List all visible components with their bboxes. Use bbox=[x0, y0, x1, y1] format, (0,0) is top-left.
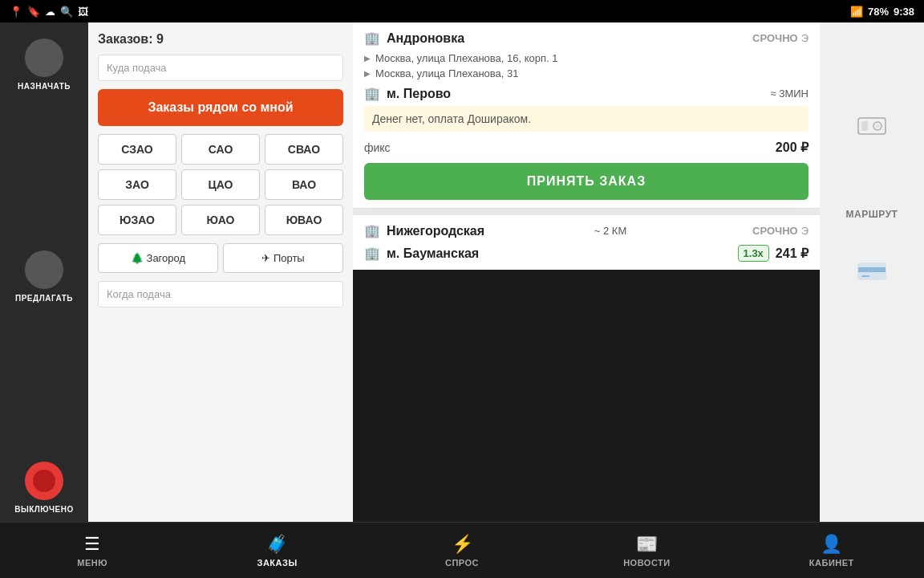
card-icon bbox=[857, 261, 886, 285]
district-szao[interactable]: СЗАО bbox=[98, 134, 176, 165]
nav-news-label: НОВОСТИ bbox=[623, 558, 671, 568]
order-2-station: 🏢 Нижегородская bbox=[364, 223, 484, 238]
order-1-dest-station: 🏢 м. Перово bbox=[364, 86, 451, 101]
order-1-station: 🏢 Андроновка bbox=[364, 31, 464, 46]
assign-label: НАЗНАЧАТЬ bbox=[18, 82, 71, 91]
route-text: МАРШРУТ bbox=[846, 209, 898, 220]
offer-label: ПРЕДЛАГАТЬ bbox=[15, 294, 73, 303]
order-1-urgency-mark: Э bbox=[801, 32, 808, 44]
order-2-dest: 🏢 м. Бауманская bbox=[364, 246, 479, 261]
district-yuao[interactable]: ЮАО bbox=[181, 205, 260, 235]
status-bar: 📍 🔖 ☁ 🔍 🖼 📶 78% 9:38 bbox=[0, 0, 924, 22]
order-2-urgency-label: СРОЧНО bbox=[752, 225, 798, 237]
battery-level: 78% bbox=[868, 6, 889, 18]
order-1-price-type: фикс bbox=[364, 141, 391, 154]
order-2-urgency: СРОЧНО Э bbox=[752, 225, 808, 237]
nav-orders[interactable]: 🧳 ЗАКАЗЫ bbox=[184, 534, 369, 568]
order-1-note-text: Денег нет, оплата Дошираком. bbox=[372, 112, 531, 125]
cash-icon bbox=[857, 116, 886, 142]
cabinet-icon: 👤 bbox=[821, 534, 842, 555]
svg-rect-6 bbox=[861, 275, 869, 277]
route-label[interactable]: МАРШРУТ bbox=[846, 206, 898, 221]
assign-button[interactable]: НАЗНАЧАТЬ bbox=[18, 39, 71, 91]
order-1-address-1: ▶ Москва, улица Плеханова, 16, корп. 1 bbox=[364, 51, 808, 66]
order-card-2: 🏢 Нижегородская ~ 2 КМ СРОЧНО Э 🏢 м. Бау… bbox=[353, 215, 820, 270]
orders-count: Заказов: 9 bbox=[98, 32, 343, 47]
orders-divider bbox=[353, 209, 820, 215]
district-svao[interactable]: СВАО bbox=[265, 134, 343, 165]
district-yuvao[interactable]: ЮВАО bbox=[265, 205, 343, 235]
nav-cabinet[interactable]: 👤 КАБИНЕТ bbox=[740, 534, 924, 568]
menu-icon: ☰ bbox=[84, 534, 100, 555]
order-1-note: Денег нет, оплата Дошираком. bbox=[364, 106, 808, 132]
nav-cabinet-label: КАБИНЕТ bbox=[809, 558, 854, 568]
order-2-multiplier: 1.3х bbox=[738, 245, 769, 262]
order-1-urgency-label: СРОЧНО bbox=[752, 32, 798, 44]
demand-icon: ⚡ bbox=[452, 534, 473, 555]
order-2-dist: ~ 2 КМ bbox=[594, 225, 626, 237]
district-czao[interactable]: ЦАО bbox=[181, 169, 260, 200]
order-1-addr-text-1: Москва, улица Плеханова, 16, корп. 1 bbox=[375, 52, 558, 64]
building-icon-2: 🏢 bbox=[364, 86, 380, 101]
assign-circle bbox=[25, 39, 63, 77]
nav-menu-label: МЕНЮ bbox=[77, 558, 107, 568]
district-vao[interactable]: ВАО bbox=[265, 169, 343, 200]
wifi-icon: 📶 bbox=[850, 6, 863, 18]
order-2-urgency-mark: Э bbox=[801, 225, 808, 237]
nearby-orders-button[interactable]: Заказы рядом со мной bbox=[98, 89, 343, 126]
order-1-price-row: фикс 200 ₽ bbox=[364, 136, 808, 158]
building-icon-3: 🏢 bbox=[364, 223, 380, 238]
off-inner-circle bbox=[33, 470, 55, 492]
search-icon: 🔍 bbox=[60, 6, 73, 18]
nav-menu[interactable]: ☰ МЕНЮ bbox=[0, 534, 184, 568]
center-panel: Заказов: 9 Куда подача Заказы рядом со м… bbox=[88, 22, 353, 522]
order-1-addr-text-2: Москва, улица Плеханова, 31 bbox=[375, 67, 519, 79]
order-card-1: 🏢 Андроновка СРОЧНО Э ▶ Москва, улица Пл… bbox=[353, 22, 820, 209]
order-2-dest-name: м. Бауманская bbox=[387, 246, 479, 261]
orders-icon: 🧳 bbox=[266, 534, 288, 555]
order-1-urgency: СРОЧНО Э bbox=[752, 32, 808, 44]
clock: 9:38 bbox=[894, 6, 914, 18]
district-zao[interactable]: ЗАО bbox=[98, 169, 176, 200]
order-1-station-name: Андроновка bbox=[387, 31, 464, 46]
destination-input[interactable]: Куда подача bbox=[98, 55, 343, 81]
order-1-address-2: ▶ Москва, улица Плеханова, 31 bbox=[364, 66, 808, 81]
off-label: ВЫКЛЮЧЕНО bbox=[14, 505, 74, 514]
nav-demand-label: СПРОС bbox=[445, 558, 479, 568]
nav-demand[interactable]: ⚡ СПРОС bbox=[370, 534, 554, 568]
order-1-price: 200 ₽ bbox=[776, 140, 808, 155]
off-circle bbox=[25, 462, 63, 500]
order-2-station-name: Нижегородская bbox=[387, 224, 484, 238]
ports-button[interactable]: ✈ Порты bbox=[223, 243, 343, 273]
right-section: 🏢 Андроновка СРОЧНО Э ▶ Москва, улица Пл… bbox=[353, 22, 924, 522]
action-panel: МАРШРУТ bbox=[820, 22, 924, 522]
off-button[interactable]: ВЫКЛЮЧЕНО bbox=[14, 462, 74, 514]
status-bar-right: 📶 78% 9:38 bbox=[850, 6, 914, 18]
order-2-price: 241 ₽ bbox=[776, 246, 808, 261]
order-1-header: 🏢 Андроновка СРОЧНО Э bbox=[364, 31, 808, 46]
district-yuzao[interactable]: ЮЗАО bbox=[98, 205, 176, 235]
order-1-arrow-2: ▶ bbox=[364, 69, 371, 78]
image-icon: 🖼 bbox=[78, 6, 88, 18]
orders-main: 🏢 Андроновка СРОЧНО Э ▶ Москва, улица Пл… bbox=[353, 22, 820, 522]
building-icon-4: 🏢 bbox=[364, 246, 380, 261]
countryside-button[interactable]: 🌲 Загород bbox=[98, 243, 218, 273]
order-1-dest: 🏢 м. Перово ≈ 3МИН bbox=[364, 86, 808, 101]
status-bar-left: 📍 🔖 ☁ 🔍 🖼 bbox=[10, 6, 88, 18]
svg-point-3 bbox=[876, 124, 879, 128]
district-sao[interactable]: САО bbox=[181, 134, 260, 165]
when-input[interactable]: Когда подача bbox=[98, 281, 343, 307]
order-2-header: 🏢 Нижегородская ~ 2 КМ СРОЧНО Э bbox=[364, 223, 808, 238]
nav-news[interactable]: 📰 НОВОСТИ bbox=[554, 534, 739, 568]
offer-circle bbox=[25, 250, 63, 289]
accept-order-1-button[interactable]: ПРИНЯТЬ ЗАКАЗ bbox=[364, 163, 808, 200]
cloud-icon: ☁ bbox=[45, 6, 55, 18]
offer-button[interactable]: ПРЕДЛАГАТЬ bbox=[15, 250, 73, 303]
district-grid: СЗАО САО СВАО ЗАО ЦАО ВАО ЮЗАО ЮАО ЮВАО bbox=[98, 134, 343, 235]
svg-rect-1 bbox=[861, 121, 868, 131]
nav-orders-label: ЗАКАЗЫ bbox=[257, 558, 298, 568]
order-2-dest-row: 🏢 м. Бауманская 1.3х 241 ₽ bbox=[364, 245, 808, 262]
svg-rect-5 bbox=[858, 267, 886, 272]
special-buttons: 🌲 Загород ✈ Порты bbox=[98, 243, 343, 273]
order-1-arrow-1: ▶ bbox=[364, 54, 371, 63]
